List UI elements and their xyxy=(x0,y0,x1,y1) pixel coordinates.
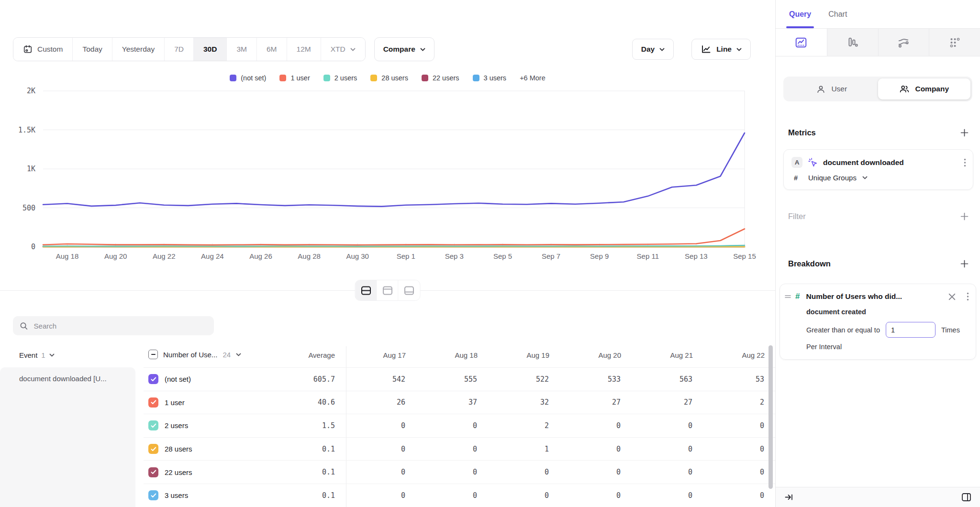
table-row[interactable]: (not set) 605.7 54255552253356353 xyxy=(144,368,775,391)
search-input[interactable] xyxy=(34,322,207,330)
breakdown-value-input[interactable] xyxy=(886,322,935,338)
company-icon xyxy=(899,84,910,94)
date-column-header[interactable]: Aug 18 xyxy=(432,351,504,359)
chevron-down-icon xyxy=(862,176,868,179)
plus-icon xyxy=(960,212,969,220)
scope-user-option[interactable]: User xyxy=(785,78,878,99)
scope-company-option[interactable]: Company xyxy=(878,78,971,99)
row-checkbox[interactable] xyxy=(148,420,158,430)
row-label: 22 users xyxy=(165,468,192,476)
row-checkbox[interactable] xyxy=(148,374,158,384)
tab-query[interactable]: Query xyxy=(789,0,811,28)
layout-table-only-button[interactable] xyxy=(399,280,420,300)
measure-dropdown[interactable]: Unique Groups xyxy=(808,174,857,182)
breakdown-condition-label[interactable]: Greater than or equal to xyxy=(806,326,880,334)
row-checkbox[interactable] xyxy=(148,397,158,408)
breakdown-card[interactable]: # Number of Users who did... document cr… xyxy=(780,284,976,360)
chart-type-bar-button[interactable] xyxy=(827,29,878,56)
layout-chart-only-button[interactable] xyxy=(377,280,399,300)
range-today-button[interactable]: Today xyxy=(73,38,112,61)
range-30d-button[interactable]: 30D xyxy=(194,38,227,61)
event-click-icon xyxy=(808,157,818,167)
plus-icon xyxy=(960,129,969,137)
row-checkbox[interactable] xyxy=(148,467,158,477)
legend-more-button[interactable]: +6 More xyxy=(520,74,546,82)
close-icon[interactable] xyxy=(948,293,956,300)
kebab-menu-icon[interactable] xyxy=(967,292,969,301)
toggle-panel-button[interactable] xyxy=(961,493,971,502)
range-7d-button[interactable]: 7D xyxy=(165,38,194,61)
add-metric-button[interactable] xyxy=(960,129,969,137)
legend-swatch xyxy=(279,75,286,81)
date-column-header[interactable]: Aug 22 xyxy=(719,351,775,359)
add-filter-button[interactable] xyxy=(960,212,969,220)
measure-type-icon: # xyxy=(794,174,802,182)
compare-button[interactable]: Compare xyxy=(374,37,434,61)
kebab-menu-icon[interactable] xyxy=(964,158,966,167)
tab-chart[interactable]: Chart xyxy=(828,0,847,28)
svg-text:Aug 22: Aug 22 xyxy=(153,252,176,260)
date-column-header[interactable]: Aug 19 xyxy=(504,351,576,359)
table-row[interactable]: 28 users 0.1 001000 xyxy=(144,438,775,461)
date-column-header[interactable]: Aug 20 xyxy=(576,351,647,359)
legend-swatch xyxy=(370,75,377,81)
line-chart[interactable]: 05001K1.5K2KAug 18Aug 20Aug 22Aug 24Aug … xyxy=(0,84,775,264)
range-custom-button[interactable]: Custom xyxy=(13,38,73,61)
legend-swatch xyxy=(323,75,330,81)
query-sidebar: Query Chart User Company xyxy=(775,0,980,507)
event-column-header[interactable]: Event 1 xyxy=(19,351,55,359)
metric-event-name[interactable]: document downloaded xyxy=(823,158,958,167)
legend-item[interactable]: 1 user xyxy=(279,74,310,82)
sidebar-tabs: Query Chart xyxy=(776,0,980,29)
table-row[interactable]: 2 users 1.5 002000 xyxy=(144,414,775,438)
row-checkbox[interactable] xyxy=(148,444,158,454)
chart-type-flow-button[interactable] xyxy=(878,29,929,56)
range-xtd-button[interactable]: XTD xyxy=(321,38,365,61)
breakdown-event-name[interactable]: document created xyxy=(806,308,969,316)
legend-item[interactable]: (not set) xyxy=(230,74,266,82)
chart-type-line-button[interactable] xyxy=(776,29,827,56)
svg-text:1.5K: 1.5K xyxy=(18,126,35,134)
line-chart-icon xyxy=(701,44,712,55)
panel-bottom-icon xyxy=(404,286,415,296)
table-row[interactable]: 3 users 0.1 000000 xyxy=(144,484,775,507)
search-icon xyxy=(20,321,28,331)
table-row[interactable]: 1 user 40.6 26373227272 xyxy=(144,391,775,415)
vertical-scrollbar[interactable] xyxy=(768,345,773,489)
collapse-panel-button[interactable] xyxy=(784,493,793,502)
breakdown-property-name[interactable]: Number of Users who did... xyxy=(806,292,944,301)
svg-text:0: 0 xyxy=(31,242,35,251)
range-yesterday-button[interactable]: Yesterday xyxy=(112,38,165,61)
legend-item[interactable]: 28 users xyxy=(370,74,408,82)
svg-text:Sep 13: Sep 13 xyxy=(685,252,708,260)
chart-type-dropdown[interactable]: Line xyxy=(691,39,751,60)
legend-item[interactable]: 2 users xyxy=(323,74,357,82)
average-column-header[interactable]: Average xyxy=(268,351,335,359)
date-column-header[interactable]: Aug 21 xyxy=(647,351,719,359)
select-all-checkbox[interactable] xyxy=(148,350,158,359)
breakdown-interval-label[interactable]: Per Interval xyxy=(806,343,969,351)
layout-split-button[interactable] xyxy=(356,280,377,300)
chart-type-funnel-button[interactable] xyxy=(929,29,980,56)
date-column-header[interactable]: Aug 17 xyxy=(360,351,432,359)
metric-card[interactable]: A document downloaded # Unique Groups xyxy=(783,149,973,190)
legend-swatch xyxy=(473,75,479,81)
breakdown-heading: Breakdown xyxy=(788,259,831,268)
range-12m-button[interactable]: 12M xyxy=(287,38,321,61)
event-list-item[interactable]: document downloaded [U... xyxy=(0,367,135,507)
range-3m-button[interactable]: 3M xyxy=(227,38,257,61)
drag-handle-icon[interactable] xyxy=(785,294,791,299)
range-6m-button[interactable]: 6M xyxy=(257,38,287,61)
interval-dropdown[interactable]: Day xyxy=(632,39,674,60)
table-row[interactable]: 22 users 0.1 000000 xyxy=(144,461,775,484)
legend-item[interactable]: 22 users xyxy=(422,74,459,82)
chevron-down-icon xyxy=(236,353,241,356)
number-property-icon: # xyxy=(795,292,800,301)
add-breakdown-button[interactable] xyxy=(960,260,969,268)
group-column-header[interactable]: Number of Use... 24 xyxy=(148,350,241,359)
svg-text:Sep 7: Sep 7 xyxy=(542,252,560,260)
legend-item[interactable]: 3 users xyxy=(473,74,507,82)
line-chart-svg: 05001K1.5K2KAug 18Aug 20Aug 22Aug 24Aug … xyxy=(0,84,775,264)
bar-chart-icon xyxy=(846,36,859,49)
row-checkbox[interactable] xyxy=(148,490,158,500)
